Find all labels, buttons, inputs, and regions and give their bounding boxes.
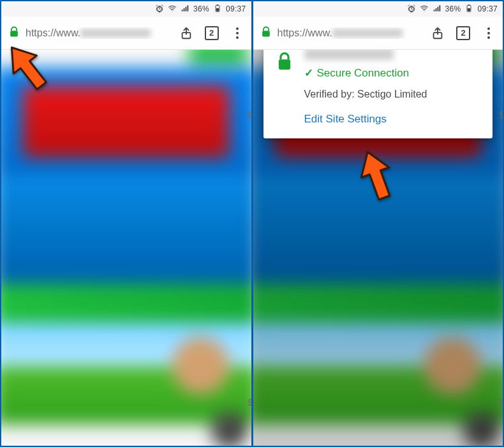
tabs-button[interactable]: 2	[202, 23, 222, 43]
svg-rect-6	[468, 4, 470, 5]
popup-lock-icon	[275, 51, 294, 75]
url-domain-blurred	[332, 29, 403, 38]
lock-icon[interactable]	[260, 26, 272, 41]
watermark-fragment: $	[248, 110, 251, 120]
battery-percent: 36%	[445, 4, 461, 13]
battery-percent: 36%	[193, 4, 209, 13]
wifi-icon	[168, 4, 177, 15]
phone-right: 36% 09:37 https://www. 2	[251, 1, 503, 446]
secure-connection-row: ✓ Secure Connection	[304, 66, 482, 80]
webpage-blurred	[1, 38, 251, 446]
wifi-icon	[420, 4, 429, 15]
menu-button[interactable]	[478, 23, 499, 43]
signal-icon	[433, 4, 441, 15]
svg-rect-10	[278, 59, 290, 70]
secure-connection-label: Secure Connection	[317, 67, 410, 80]
status-bar: 36% 09:37	[1, 1, 251, 17]
svg-rect-7	[468, 8, 470, 11]
watermark-fragment: $	[499, 110, 503, 120]
signal-icon	[181, 4, 189, 15]
popup-site-name-blurred	[304, 48, 394, 60]
alarm-icon	[407, 4, 416, 15]
tabs-button[interactable]: 2	[453, 23, 473, 43]
battery-icon	[213, 4, 222, 15]
battery-icon	[464, 4, 473, 15]
svg-rect-1	[217, 4, 218, 5]
svg-rect-8	[262, 31, 270, 36]
menu-icon	[236, 27, 239, 39]
url-scheme: https://www.	[278, 27, 332, 38]
status-bar: 36% 09:37	[253, 1, 503, 17]
alarm-icon	[155, 4, 164, 15]
share-button[interactable]	[176, 23, 196, 43]
check-icon: ✓	[304, 66, 313, 80]
status-time: 09:37	[226, 4, 246, 13]
url-text[interactable]: https://www.	[278, 27, 423, 39]
svg-rect-2	[216, 8, 219, 11]
url-scheme: https://www.	[26, 27, 80, 38]
site-info-popup: ✓ Secure Connection Verified by: Sectigo…	[263, 37, 493, 138]
edit-site-settings-link[interactable]: Edit Site Settings	[304, 113, 482, 126]
menu-button[interactable]	[227, 23, 248, 43]
share-button[interactable]	[427, 23, 448, 43]
url-domain-blurred	[80, 29, 151, 38]
watermark-fragment: $	[248, 397, 251, 407]
tutorial-frame: 36% 09:37 https://www. 2	[0, 0, 504, 447]
tab-count: 2	[205, 26, 219, 40]
status-time: 09:37	[477, 4, 498, 13]
tab-count: 2	[456, 26, 470, 40]
verified-by-label: Verified by: Sectigo Limited	[304, 89, 482, 100]
phone-left: 36% 09:37 https://www. 2	[1, 1, 251, 446]
url-bar: https://www. 2	[1, 17, 251, 50]
url-text[interactable]: https://www.	[26, 27, 171, 39]
url-bar: https://www. 2	[253, 17, 503, 50]
watermark-fragment: $	[499, 397, 503, 407]
menu-icon	[487, 27, 490, 39]
svg-rect-3	[10, 31, 18, 36]
lock-icon[interactable]	[8, 26, 20, 41]
